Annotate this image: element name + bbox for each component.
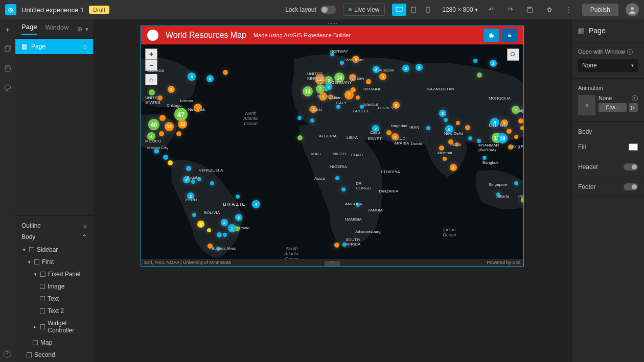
map-cluster[interactable]: 3: [310, 106, 317, 113]
map-cluster[interactable]: [149, 89, 155, 95]
map-cluster[interactable]: [482, 156, 487, 160]
map-cluster[interactable]: 2: [221, 219, 228, 226]
app-logo-icon[interactable]: ◎: [5, 4, 16, 15]
map-cluster[interactable]: [468, 136, 472, 140]
info-icon[interactable]: i: [632, 95, 638, 101]
more-button[interactable]: ⋮: [563, 4, 575, 16]
map-cluster[interactable]: 3: [379, 73, 386, 80]
map-cluster[interactable]: 3: [392, 133, 399, 140]
fill-color-swatch[interactable]: [629, 143, 638, 151]
map-cluster[interactable]: 2: [372, 125, 379, 132]
animation-preview[interactable]: ★: [578, 95, 595, 115]
tree-item-first[interactable]: ▾First: [15, 256, 93, 268]
map-cluster[interactable]: 2: [439, 110, 446, 117]
map-cluster[interactable]: [514, 181, 518, 185]
map-page-frame[interactable]: World Resources Map Made using ArcGIS Ex…: [141, 26, 524, 267]
map-cluster[interactable]: 40: [148, 119, 159, 130]
tab-page[interactable]: Page: [21, 23, 37, 35]
tree-item-image[interactable]: Image: [15, 280, 93, 293]
experience-title[interactable]: Untitled experience 1: [21, 6, 84, 14]
map-cluster[interactable]: [235, 226, 240, 231]
map-cluster[interactable]: [208, 244, 213, 249]
map-body[interactable]: 5314347740121242242225222014259234733322…: [141, 44, 523, 259]
map-cluster[interactable]: [356, 203, 360, 207]
map-cluster[interactable]: [439, 146, 444, 151]
settings-button[interactable]: ✿: [543, 4, 556, 16]
map-cluster[interactable]: [514, 135, 518, 139]
map-cluster[interactable]: 20: [315, 74, 325, 84]
map-search-button[interactable]: [507, 49, 519, 61]
map-cluster[interactable]: 3: [206, 75, 214, 82]
map-cluster[interactable]: [217, 232, 222, 237]
map-cluster[interactable]: 4: [147, 132, 155, 140]
open-with-select[interactable]: None▾: [578, 59, 638, 72]
map-cluster[interactable]: 14: [334, 73, 344, 83]
map-cluster[interactable]: [159, 115, 166, 121]
switch-icon[interactable]: [320, 6, 336, 14]
page-list-item[interactable]: ▦ Page ⌂: [15, 39, 93, 54]
tree-item-second[interactable]: Second: [15, 349, 93, 361]
map-cluster[interactable]: [154, 149, 159, 154]
drag-handle-icon[interactable]: [322, 23, 342, 26]
map-cluster[interactable]: 2: [373, 66, 380, 73]
mobile-device-button[interactable]: [421, 4, 435, 16]
save-button[interactable]: [524, 4, 536, 16]
map-cluster[interactable]: [444, 118, 448, 122]
pages-rail-button[interactable]: [3, 44, 13, 54]
map-cluster[interactable]: 3: [168, 86, 175, 93]
map-cluster[interactable]: [455, 142, 459, 147]
map-cluster[interactable]: [210, 181, 214, 185]
map-cluster[interactable]: [334, 243, 339, 248]
map-cluster[interactable]: [168, 160, 173, 165]
map-cluster[interactable]: [366, 79, 371, 84]
map-cluster[interactable]: [521, 198, 523, 203]
change-animation-button[interactable]: Cha...: [599, 103, 627, 112]
lock-layout-toggle[interactable]: Lock layout: [285, 6, 336, 14]
canvas[interactable]: World Resources Map Made using ArcGIS Ex…: [93, 19, 571, 362]
map-cluster[interactable]: [477, 73, 482, 78]
data-rail-button[interactable]: [3, 63, 13, 74]
add-page-icon[interactable]: ⊕: [77, 26, 82, 33]
tree-item-sidebar[interactable]: ▾Sidebar: [15, 244, 93, 256]
header-button-1[interactable]: ◉: [484, 29, 499, 42]
tree-item-widget-controller[interactable]: ▸Widget Controller: [15, 317, 93, 336]
map-cluster[interactable]: [518, 118, 523, 124]
map-cluster[interactable]: 3: [450, 164, 457, 171]
map-cluster[interactable]: [341, 187, 346, 191]
map-cluster[interactable]: 2: [349, 74, 356, 81]
map-cluster[interactable]: [386, 130, 392, 135]
play-animation-button[interactable]: ▷: [629, 103, 638, 112]
map-cluster[interactable]: 2: [235, 214, 242, 221]
redo-button[interactable]: ↷: [504, 4, 517, 16]
undo-button[interactable]: ↶: [485, 4, 497, 16]
canvas-size-select[interactable]: 1280 × 800▾: [442, 6, 477, 13]
map-cluster[interactable]: [157, 95, 163, 101]
map-cluster[interactable]: [236, 195, 240, 199]
map-cluster[interactable]: 2: [183, 176, 190, 183]
outline-body-label[interactable]: Body: [21, 233, 35, 240]
map-cluster[interactable]: [335, 176, 339, 180]
map-cluster[interactable]: [191, 180, 195, 184]
help-button[interactable]: ?: [3, 350, 11, 358]
desktop-device-button[interactable]: [392, 4, 406, 16]
map-cluster[interactable]: [477, 139, 481, 143]
map-cluster[interactable]: [297, 116, 302, 120]
zoom-out-button[interactable]: −: [145, 60, 157, 71]
theme-rail-button[interactable]: [3, 83, 13, 93]
map-cluster[interactable]: [163, 155, 168, 160]
map-cluster[interactable]: [356, 95, 360, 100]
collapse-icon[interactable]: ⌃: [82, 233, 87, 240]
map-cluster[interactable]: 4: [252, 200, 260, 208]
map-cluster[interactable]: [456, 121, 460, 125]
map-cluster[interactable]: [216, 247, 220, 251]
tree-item-map[interactable]: Map: [15, 336, 93, 349]
map-cluster[interactable]: 3: [501, 119, 508, 127]
home-extent-button[interactable]: ⌂: [145, 74, 157, 85]
tablet-device-button[interactable]: [406, 4, 421, 16]
map-cluster[interactable]: [360, 105, 364, 109]
map-cluster[interactable]: [330, 52, 334, 56]
map-cluster[interactable]: [297, 135, 303, 140]
map-cluster[interactable]: [336, 105, 340, 109]
map-cluster[interactable]: [310, 118, 314, 123]
map-cluster[interactable]: 5: [512, 106, 520, 114]
